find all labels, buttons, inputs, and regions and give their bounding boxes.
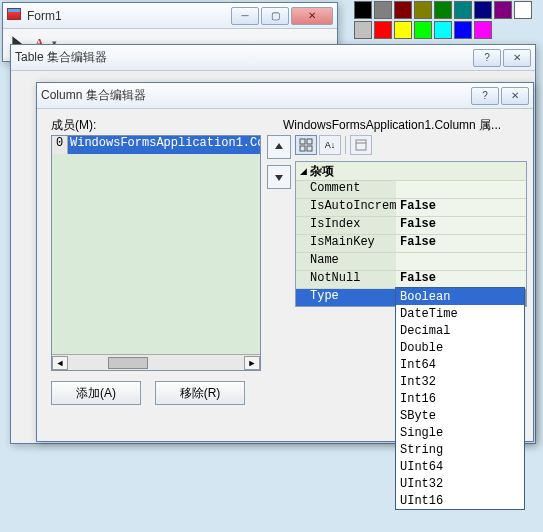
color-swatch[interactable] xyxy=(454,21,472,39)
categorized-icon[interactable] xyxy=(295,135,317,155)
propertygrid-toolbar: A↓ xyxy=(295,135,372,155)
titlebar-column[interactable]: Column 集合编辑器 ? ✕ xyxy=(37,83,533,109)
property-name: NotNull xyxy=(296,271,396,288)
color-swatch[interactable] xyxy=(434,1,452,19)
color-swatch[interactable] xyxy=(474,1,492,19)
window-column-editor: Column 集合编辑器 ? ✕ 成员(M): WindowsFormsAppl… xyxy=(36,82,534,442)
property-row[interactable]: Name xyxy=(296,252,526,270)
titlebar-table[interactable]: Table 集合编辑器 ? ✕ xyxy=(11,45,535,71)
dropdown-item[interactable]: UInt32 xyxy=(396,475,524,492)
scroll-track[interactable] xyxy=(68,356,244,370)
window-title: Table 集合编辑器 xyxy=(15,49,473,66)
color-palette xyxy=(353,0,543,40)
members-listbox[interactable]: 0WindowsFormsApplication1.Co ◄ ► xyxy=(51,135,261,371)
property-pages-icon[interactable] xyxy=(350,135,372,155)
list-item[interactable]: 0WindowsFormsApplication1.Co xyxy=(52,136,260,154)
scroll-thumb[interactable] xyxy=(108,357,148,369)
color-swatch[interactable] xyxy=(514,1,532,19)
close-button[interactable]: ✕ xyxy=(291,7,333,25)
move-up-button[interactable] xyxy=(267,135,291,159)
color-swatch[interactable] xyxy=(394,1,412,19)
property-grid[interactable]: ◢杂项CommentIsAutoIncremenFalseIsIndexFals… xyxy=(295,161,527,307)
property-name: Comment xyxy=(296,181,396,198)
svg-rect-1 xyxy=(307,139,312,144)
scroll-left-icon[interactable]: ◄ xyxy=(52,356,68,370)
dropdown-item[interactable]: SByte xyxy=(396,407,524,424)
window-title: Form1 xyxy=(27,9,231,23)
scroll-right-icon[interactable]: ► xyxy=(244,356,260,370)
property-row[interactable]: NotNullFalse xyxy=(296,270,526,288)
svg-rect-4 xyxy=(356,140,366,150)
svg-rect-2 xyxy=(300,146,305,151)
color-swatch[interactable] xyxy=(394,21,412,39)
property-name: IsIndex xyxy=(296,217,396,234)
collapse-icon[interactable]: ◢ xyxy=(296,166,310,176)
properties-label: WindowsFormsApplication1.Column 属... xyxy=(283,117,501,134)
arrow-up-icon xyxy=(273,141,285,153)
form-icon xyxy=(7,8,23,24)
property-value[interactable]: False xyxy=(396,271,526,288)
color-swatch[interactable] xyxy=(474,21,492,39)
category-name: 杂项 xyxy=(310,163,334,180)
dropdown-item[interactable]: DateTime xyxy=(396,305,524,322)
color-swatch[interactable] xyxy=(414,21,432,39)
dropdown-item[interactable]: Decimal xyxy=(396,322,524,339)
svg-rect-3 xyxy=(307,146,312,151)
add-button[interactable]: 添加(A) xyxy=(51,381,141,405)
horizontal-scrollbar[interactable]: ◄ ► xyxy=(52,354,260,370)
remove-button[interactable]: 移除(R) xyxy=(155,381,245,405)
titlebar-form1[interactable]: Form1 ─ ▢ ✕ xyxy=(3,3,337,29)
color-swatch[interactable] xyxy=(414,1,432,19)
color-swatch[interactable] xyxy=(354,1,372,19)
dropdown-item[interactable]: UInt16 xyxy=(396,492,524,509)
alphabetical-icon[interactable]: A↓ xyxy=(319,135,341,155)
list-index: 0 xyxy=(52,136,68,154)
property-row[interactable]: Comment xyxy=(296,180,526,198)
color-swatch[interactable] xyxy=(354,21,372,39)
dropdown-item[interactable]: Int64 xyxy=(396,356,524,373)
property-row[interactable]: IsMainKeyFalse xyxy=(296,234,526,252)
close-button[interactable]: ✕ xyxy=(501,87,529,105)
dropdown-item[interactable]: Double xyxy=(396,339,524,356)
property-row[interactable]: IsAutoIncremenFalse xyxy=(296,198,526,216)
property-row[interactable]: IsIndexFalse xyxy=(296,216,526,234)
dropdown-item[interactable]: Int16 xyxy=(396,390,524,407)
help-button[interactable]: ? xyxy=(471,87,499,105)
minimize-button[interactable]: ─ xyxy=(231,7,259,25)
dropdown-item[interactable]: Single xyxy=(396,424,524,441)
property-value[interactable]: False xyxy=(396,199,526,216)
color-swatch[interactable] xyxy=(434,21,452,39)
close-button[interactable]: ✕ xyxy=(503,49,531,67)
color-swatch[interactable] xyxy=(374,21,392,39)
move-down-button[interactable] xyxy=(267,165,291,189)
dropdown-item[interactable]: Int32 xyxy=(396,373,524,390)
color-swatch[interactable] xyxy=(494,1,512,19)
category-row[interactable]: ◢杂项 xyxy=(296,162,526,180)
separator xyxy=(345,136,346,154)
property-name: Type xyxy=(296,289,396,306)
property-value[interactable]: False xyxy=(396,235,526,252)
property-value[interactable] xyxy=(396,253,526,270)
maximize-button[interactable]: ▢ xyxy=(261,7,289,25)
help-button[interactable]: ? xyxy=(473,49,501,67)
property-name: IsAutoIncremen xyxy=(296,199,396,216)
property-name: IsMainKey xyxy=(296,235,396,252)
svg-rect-0 xyxy=(300,139,305,144)
list-text: WindowsFormsApplication1.Co xyxy=(68,136,260,154)
color-swatch[interactable] xyxy=(374,1,392,19)
property-value[interactable] xyxy=(396,181,526,198)
arrow-down-icon xyxy=(273,171,285,183)
property-name: Name xyxy=(296,253,396,270)
dropdown-item[interactable]: UInt64 xyxy=(396,458,524,475)
dropdown-item[interactable]: Boolean xyxy=(396,288,524,305)
dropdown-item[interactable]: String xyxy=(396,441,524,458)
property-value[interactable]: False xyxy=(396,217,526,234)
type-dropdown[interactable]: BooleanDateTimeDecimalDoubleInt64Int32In… xyxy=(395,287,525,510)
color-swatch[interactable] xyxy=(454,1,472,19)
members-label: 成员(M): xyxy=(51,117,96,134)
window-title: Column 集合编辑器 xyxy=(41,87,471,104)
